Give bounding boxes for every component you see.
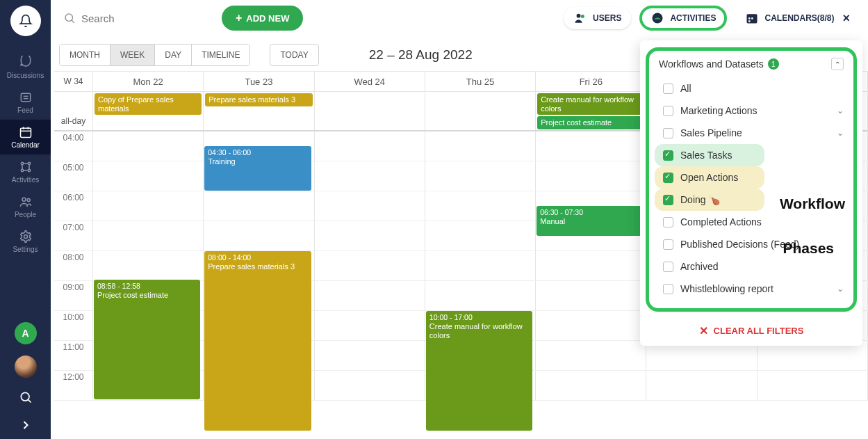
- event-title: Project cost estimate: [97, 291, 168, 299]
- filter-label: Open Actions: [680, 172, 738, 183]
- filters-count-badge: 1: [768, 58, 779, 70]
- users-pill[interactable]: USERS: [564, 7, 631, 29]
- left-sidebar: Discussions Feed Calendar Activities Peo…: [0, 0, 51, 439]
- event-time: 06:30 - 07:30: [540, 208, 639, 217]
- search-input[interactable]: [81, 13, 213, 24]
- view-tabs: MONTH WEEK DAY TIMELINE: [59, 44, 250, 66]
- filter-label: Whistleblowing report: [680, 283, 773, 294]
- filter-row[interactable]: Archived: [655, 255, 848, 278]
- sidebar-label: Discussions: [7, 72, 44, 79]
- sidebar-item-people[interactable]: People: [0, 189, 51, 224]
- chevron-down-icon[interactable]: ⌄: [837, 106, 844, 115]
- filter-row[interactable]: Doing 🍗: [655, 189, 764, 211]
- search-box[interactable]: [59, 12, 213, 24]
- collapse-button[interactable]: ⌃: [831, 58, 844, 70]
- svg-rect-3: [20, 128, 31, 137]
- users-label: USERS: [593, 13, 621, 23]
- topbar: + ADD NEW USERS ACTIVITIES CALENDARS(8/8…: [51, 0, 868, 36]
- checkbox[interactable]: [663, 83, 673, 94]
- allday-cell-tue[interactable]: Prepare sales materials 3: [204, 92, 314, 130]
- sidebar-label: Feed: [17, 106, 33, 114]
- day-header: Wed 24: [315, 72, 425, 91]
- date-range: 22 – 28 Aug 2022: [369, 47, 473, 63]
- clear-filters-button[interactable]: ✕ CLEAR ALL FILTERS: [640, 319, 862, 337]
- filter-row[interactable]: All: [655, 77, 848, 99]
- calendar-event[interactable]: 04:30 - 06:00Training: [204, 146, 311, 191]
- allday-cell-wed[interactable]: [315, 92, 425, 130]
- close-icon[interactable]: ×: [842, 11, 850, 26]
- sidebar-item-discussions[interactable]: Discussions: [0, 50, 51, 85]
- bell-icon: [19, 14, 33, 28]
- checkbox[interactable]: [663, 239, 673, 250]
- time-label: 05:00: [54, 161, 93, 191]
- checkbox[interactable]: [663, 284, 673, 294]
- calendar-event[interactable]: 08:00 - 14:00Prepare sales materials 3: [204, 251, 311, 431]
- filter-row[interactable]: Sales Tasks: [655, 144, 764, 166]
- allday-cell-mon[interactable]: Copy of Prepare sales materials: [93, 92, 204, 130]
- sidebar-item-settings[interactable]: Settings: [0, 224, 51, 259]
- time-label: 10:00: [54, 311, 93, 340]
- avatar-letter[interactable]: A: [15, 322, 37, 344]
- allday-cell-fri[interactable]: Create manual for workflow colors Projec…: [536, 92, 646, 130]
- sidebar-item-activities[interactable]: Activities: [0, 154, 51, 189]
- day-header: Tue 23: [204, 72, 314, 91]
- avatar-image[interactable]: [15, 356, 37, 378]
- filter-row[interactable]: Whistleblowing report⌄: [655, 278, 848, 300]
- time-label: 09:00: [54, 281, 93, 310]
- allday-event[interactable]: Create manual for workflow colors: [537, 93, 644, 115]
- time-label: 06:00: [54, 191, 93, 221]
- chevron-down-icon[interactable]: ⌄: [837, 128, 844, 138]
- time-label: 04:00: [54, 131, 93, 161]
- allday-event[interactable]: Copy of Prepare sales materials: [95, 93, 202, 115]
- event-time: 04:30 - 06:00: [208, 148, 307, 157]
- time-label: 07:00: [54, 221, 93, 250]
- checkbox[interactable]: [663, 150, 673, 161]
- filter-label: Sales Tasks: [680, 150, 732, 161]
- tab-month[interactable]: MONTH: [60, 45, 110, 65]
- sidebar-item-feed[interactable]: Feed: [0, 85, 51, 120]
- event-title: Prepare sales materials 3: [208, 262, 295, 271]
- allday-event[interactable]: Prepare sales materials 3: [205, 93, 312, 106]
- add-new-button[interactable]: + ADD NEW: [222, 6, 303, 31]
- notifications-button[interactable]: [10, 6, 41, 36]
- filter-label: All: [680, 83, 691, 94]
- tab-day[interactable]: DAY: [155, 45, 192, 65]
- checkbox[interactable]: [663, 217, 673, 228]
- allday-cell-thu[interactable]: [425, 92, 536, 130]
- calendar-event[interactable]: 08:58 - 12:58Project cost estimate: [94, 280, 200, 399]
- sidebar-search-button[interactable]: [19, 390, 33, 404]
- filters-title-row[interactable]: Workflows and Datasets 1 ⌃: [655, 58, 848, 77]
- checkbox[interactable]: [663, 128, 673, 138]
- sidebar-expand-button[interactable]: [19, 418, 33, 432]
- today-button[interactable]: TODAY: [270, 44, 318, 66]
- calendars-pill[interactable]: CALENDARS(8/8) ×: [735, 7, 860, 30]
- filter-row[interactable]: Completed Actions: [655, 211, 848, 233]
- svg-point-18: [21, 392, 29, 401]
- users-icon: [573, 11, 587, 25]
- filters-title: Workflows and Datasets: [659, 58, 764, 70]
- activities-pill[interactable]: ACTIVITIES: [639, 6, 727, 31]
- chevron-down-icon[interactable]: ⌄: [837, 284, 844, 294]
- filter-row[interactable]: Open Actions: [655, 166, 764, 189]
- sidebar-item-calendar[interactable]: Calendar: [0, 120, 51, 154]
- calendar-event[interactable]: 10:00 - 17:00Create manual for workflow …: [426, 311, 532, 431]
- calendar-event[interactable]: 06:30 - 07:30Manual: [537, 206, 643, 236]
- sidebar-label: Settings: [13, 246, 38, 253]
- tab-week[interactable]: WEEK: [110, 45, 155, 65]
- feed-icon: [19, 90, 33, 104]
- svg-point-23: [581, 15, 584, 18]
- checkbox[interactable]: [663, 262, 673, 272]
- week-number: W 34: [54, 72, 93, 91]
- checkbox[interactable]: [663, 173, 673, 183]
- filter-row[interactable]: Sales Pipeline⌄: [655, 122, 848, 144]
- people-icon: [19, 195, 33, 209]
- checkbox[interactable]: [663, 195, 673, 205]
- filters-inner: Workflows and Datasets 1 ⌃ AllMarketing …: [646, 47, 857, 312]
- filter-label: Doing 🍗: [680, 194, 720, 205]
- svg-line-19: [28, 399, 31, 402]
- activities-icon: [19, 160, 33, 174]
- checkbox[interactable]: [663, 106, 673, 116]
- allday-event[interactable]: Project cost estimate: [537, 116, 644, 129]
- filter-row[interactable]: Marketing Actions⌄: [655, 99, 848, 122]
- tab-timeline[interactable]: TIMELINE: [192, 45, 249, 65]
